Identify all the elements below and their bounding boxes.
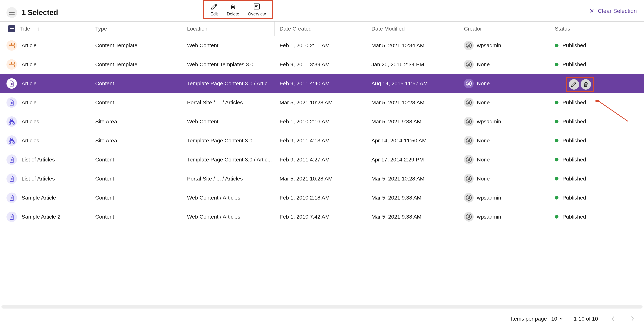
- content-icon: [6, 193, 17, 203]
- svg-point-19: [468, 120, 470, 122]
- cell-type: Site Area: [90, 118, 182, 125]
- svg-rect-20: [10, 138, 13, 140]
- cell-title: Articles: [0, 135, 90, 146]
- cell-location: Template Page Content 3.0: [182, 138, 274, 144]
- cell-location: Web Content: [182, 118, 274, 125]
- svg-point-30: [468, 196, 470, 198]
- cell-title: Article: [0, 40, 90, 51]
- cell-date-modified: Mar 5, 2021 9:38 AM: [366, 214, 459, 220]
- row-title: Article: [22, 42, 36, 48]
- next-page-button[interactable]: [628, 315, 637, 323]
- cell-location: Web Content / Articles: [182, 214, 274, 220]
- horizontal-scrollbar[interactable]: [2, 305, 642, 309]
- col-title-label: Title: [20, 26, 30, 32]
- col-location[interactable]: Location: [182, 21, 274, 36]
- cell-status: Published: [550, 214, 644, 220]
- app-root: 1 Selected Edit Delete Overview: [0, 0, 644, 329]
- creator-name: None: [477, 99, 490, 106]
- selection-left: 1 Selected: [0, 0, 64, 21]
- overview-label: Overview: [248, 11, 266, 16]
- cell-status: Published: [550, 99, 644, 106]
- edit-icon: [571, 81, 577, 87]
- edit-action[interactable]: Edit: [210, 2, 218, 16]
- table-row[interactable]: ArticlesSite AreaTemplate Page Content 3…: [0, 131, 644, 150]
- selection-count: 1 Selected: [22, 8, 58, 17]
- col-creator-label: Creator: [464, 26, 482, 32]
- col-date-created[interactable]: Date Created: [274, 21, 366, 36]
- overview-icon: [253, 2, 261, 10]
- status-text: Published: [562, 99, 586, 106]
- cell-title: List of Articles: [0, 154, 90, 165]
- cell-creator: wpsadmin: [459, 193, 550, 203]
- user-avatar-icon: [464, 155, 474, 164]
- cell-type: Content: [90, 195, 182, 201]
- row-title: Article: [22, 61, 36, 67]
- status-text: Published: [562, 42, 586, 48]
- col-date-modified[interactable]: Date Modified: [366, 21, 459, 36]
- cell-date-created: Mar 5, 2021 10:28 AM: [274, 99, 366, 106]
- row-edit-button[interactable]: [569, 79, 579, 90]
- cell-creator: wpsadmin: [459, 117, 550, 126]
- row-delete-button[interactable]: [580, 79, 591, 90]
- table-row[interactable]: ArticleContentTemplate Page Content 3.0 …: [0, 74, 644, 93]
- content-icon: [6, 78, 17, 89]
- cell-creator: None: [459, 79, 550, 88]
- content-icon: [6, 154, 17, 165]
- cell-type: Content: [90, 176, 182, 182]
- pagination-footer: Items per page 10 1-10 of 10: [0, 313, 644, 325]
- cell-date-created: Mar 5, 2021 10:28 AM: [274, 176, 366, 182]
- items-per-page-label: Items per page: [511, 316, 547, 322]
- cell-date-modified: Mar 5, 2021 10:28 AM: [366, 176, 459, 182]
- col-status[interactable]: Status: [550, 21, 644, 36]
- table-row[interactable]: ArticleContentPortal Site / ... / Articl…: [0, 93, 644, 112]
- cell-status: Published: [550, 61, 644, 67]
- cell-type: Content: [90, 157, 182, 163]
- cell-location: Template Page Content 3.0 / Artic...: [182, 80, 274, 87]
- creator-name: None: [477, 61, 490, 67]
- user-avatar-icon: [464, 98, 474, 107]
- user-avatar-icon: [464, 117, 474, 126]
- col-type[interactable]: Type: [90, 21, 182, 36]
- creator-name: None: [477, 157, 490, 163]
- items-per-page-select[interactable]: 10: [551, 316, 563, 322]
- table-row[interactable]: ArticleContent TemplateWeb ContentFeb 1,…: [0, 36, 644, 55]
- svg-rect-2: [12, 43, 14, 45]
- cell-creator: None: [459, 136, 550, 145]
- indeterminate-checkbox[interactable]: [8, 25, 15, 32]
- delete-action[interactable]: Delete: [227, 2, 239, 16]
- status-dot-icon: [555, 44, 558, 47]
- cell-location: Web Content / Articles: [182, 195, 274, 201]
- status-text: Published: [562, 118, 586, 125]
- table-row[interactable]: List of ArticlesContentTemplate Page Con…: [0, 150, 644, 169]
- cell-date-modified: Apr 17, 2014 2:29 PM: [366, 157, 459, 163]
- prev-page-button[interactable]: [609, 315, 618, 323]
- cell-creator: wpsadmin: [459, 212, 550, 222]
- trash-icon: [229, 2, 237, 10]
- col-creator[interactable]: Creator: [459, 21, 550, 36]
- svg-point-12: [468, 82, 470, 83]
- col-title[interactable]: Title ↑: [0, 21, 90, 36]
- cell-location: Portal Site / ... / Articles: [182, 99, 274, 106]
- chevron-down-icon: [559, 318, 563, 320]
- cell-status: Published: [550, 176, 644, 182]
- user-avatar-icon: [464, 212, 474, 222]
- clear-selection-button[interactable]: ✕ Clear Selection: [590, 7, 637, 14]
- row-title: Articles: [22, 138, 39, 144]
- table-row[interactable]: Sample Article 2ContentWeb Content / Art…: [0, 207, 644, 226]
- cell-date-modified: Mar 5, 2021 9:38 AM: [366, 118, 459, 125]
- cell-title: Sample Article 2: [0, 212, 90, 222]
- status-text: Published: [562, 138, 586, 144]
- table-row[interactable]: List of ArticlesContentPortal Site / ...…: [0, 169, 644, 188]
- list-style-toggle[interactable]: [6, 7, 17, 18]
- table-row[interactable]: Sample ArticleContentWeb Content / Artic…: [0, 188, 644, 207]
- sort-asc-icon: ↑: [35, 26, 40, 32]
- svg-point-5: [468, 44, 470, 45]
- row-title: List of Articles: [22, 157, 55, 163]
- table-row[interactable]: ArticleContent TemplateWeb Content Templ…: [0, 55, 644, 74]
- table-row[interactable]: ArticlesSite AreaWeb ContentFeb 1, 2010 …: [0, 112, 644, 131]
- items-per-page: Items per page 10: [511, 316, 563, 322]
- svg-point-28: [468, 177, 470, 179]
- svg-rect-6: [9, 62, 12, 64]
- cell-location: Portal Site / ... / Articles: [182, 176, 274, 182]
- overview-action[interactable]: Overview: [248, 2, 266, 16]
